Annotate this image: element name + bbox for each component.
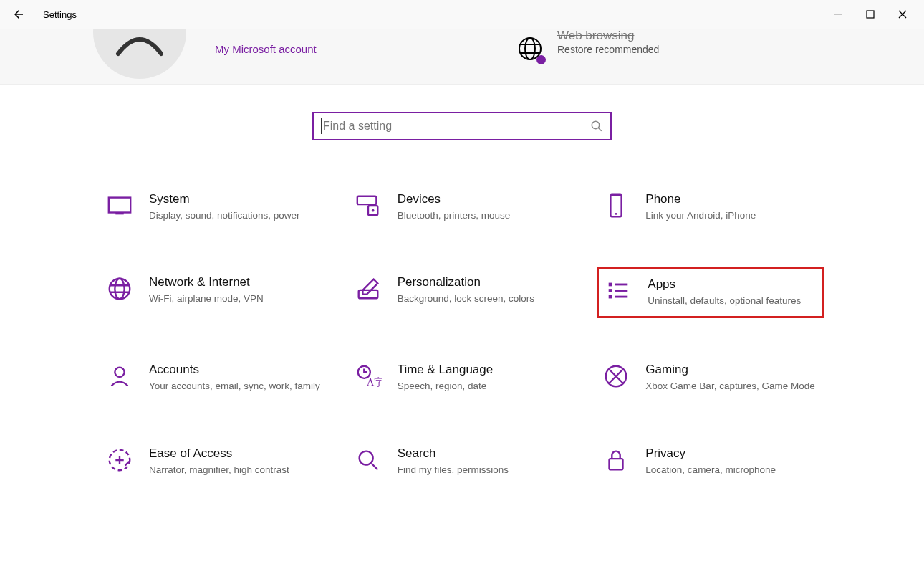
tile-title: Personalization [398,275,534,290]
tile-title: Apps [648,277,801,292]
tile-desc: Location, camera, microphone [645,464,776,477]
tile-time-language[interactable]: A字 Time & LanguageSpeech, region, date [349,354,576,401]
status-dot-icon [536,55,546,64]
svg-point-9 [371,209,374,212]
person-icon [106,363,133,390]
svg-point-3 [525,38,535,59]
web-browsing-subtitle: Restore recommended [557,43,659,57]
tile-title: Phone [645,192,756,206]
tile-title: Devices [398,192,511,206]
tile-ease-of-access[interactable]: Ease of AccessNarrator, magnifier, high … [100,438,327,485]
tile-title: System [149,192,300,206]
account-header: My Microsoft account Web browsing Restor… [0,29,924,85]
tile-desc: Link your Android, iPhone [645,209,756,222]
search-icon [590,120,603,133]
tile-desc: Your accounts, email, sync, work, family [149,380,320,393]
maximize-button[interactable] [854,4,886,25]
tile-network[interactable]: Network & InternetWi-Fi, airplane mode, … [100,267,327,318]
svg-rect-19 [615,290,628,292]
svg-text:A字: A字 [367,377,382,388]
tile-title: Privacy [645,446,776,461]
tile-search[interactable]: SearchFind my files, permissions [349,438,576,485]
devices-icon [355,192,382,219]
tile-privacy[interactable]: PrivacyLocation, camera, microphone [597,438,824,485]
tile-desc: Find my files, permissions [398,464,509,477]
svg-point-12 [110,279,130,300]
minimize-icon [834,10,842,19]
svg-point-21 [115,368,124,377]
phone-icon [602,192,630,219]
close-icon [898,10,907,19]
tile-apps[interactable]: AppsUninstall, defaults, optional featur… [597,267,824,318]
tile-desc: Display, sound, notifications, power [149,209,300,222]
lock-icon [602,446,630,474]
ease-of-access-icon [106,446,133,474]
tile-accounts[interactable]: AccountsYour accounts, email, sync, work… [100,354,327,401]
search-input-wrapper[interactable] [312,112,612,140]
xbox-icon [602,363,630,390]
svg-rect-1 [867,11,874,18]
text-cursor [321,118,322,134]
tile-title: Gaming [645,363,814,377]
paint-icon [355,275,382,302]
tile-phone[interactable]: PhoneLink your Android, iPhone [597,183,824,231]
svg-rect-18 [615,284,628,286]
tile-title: Network & Internet [149,275,264,290]
tile-gaming[interactable]: GamingXbox Game Bar, captures, Game Mode [597,354,824,401]
svg-point-13 [115,279,124,300]
svg-rect-15 [609,283,612,287]
apps-icon [605,277,632,305]
tile-desc: Bluetooth, printers, mouse [398,209,511,222]
settings-grid: SystemDisplay, sound, notifications, pow… [100,183,824,485]
avatar [93,29,186,79]
tile-title: Ease of Access [149,446,289,461]
svg-rect-0 [834,14,842,14]
tile-devices[interactable]: DevicesBluetooth, printers, mouse [349,183,576,231]
svg-rect-27 [610,459,623,469]
search-icon [355,446,382,474]
svg-point-26 [359,451,372,464]
svg-point-4 [592,121,600,129]
tile-desc: Uninstall, defaults, optional features [648,295,801,307]
web-browsing-block[interactable]: Web browsing Restore recommended [516,29,659,63]
search-input[interactable] [323,120,590,133]
svg-rect-16 [609,289,612,292]
tile-desc: Speech, region, date [398,380,494,393]
tile-desc: Xbox Game Bar, captures, Game Mode [645,380,814,393]
tile-desc: Wi-Fi, airplane mode, VPN [149,292,264,305]
tile-title: Time & Language [398,363,494,377]
svg-rect-7 [357,196,376,204]
system-icon [106,192,133,219]
titlebar: Settings [0,0,924,29]
minimize-button[interactable] [822,4,854,25]
maximize-icon [866,10,875,19]
tile-title: Accounts [149,363,320,377]
tile-desc: Narrator, magnifier, high contrast [149,464,289,477]
window-title: Settings [43,9,77,20]
person-icon [93,29,186,79]
time-language-icon: A字 [355,363,382,390]
tile-title: Search [398,446,509,461]
tile-personalization[interactable]: PersonalizationBackground, lock screen, … [349,267,576,318]
back-button[interactable] [6,1,32,27]
svg-rect-17 [609,295,612,299]
tile-desc: Background, lock screen, colors [398,292,534,305]
arrow-left-icon [12,8,25,21]
svg-rect-5 [109,198,130,213]
web-browsing-title: Web browsing [557,29,659,43]
svg-rect-14 [358,290,377,298]
svg-point-11 [615,213,617,215]
svg-rect-20 [615,296,628,298]
globe-icon [106,275,133,302]
svg-rect-6 [115,213,123,215]
close-button[interactable] [886,4,918,25]
my-microsoft-account-link[interactable]: My Microsoft account [215,43,317,55]
tile-system[interactable]: SystemDisplay, sound, notifications, pow… [100,183,327,231]
